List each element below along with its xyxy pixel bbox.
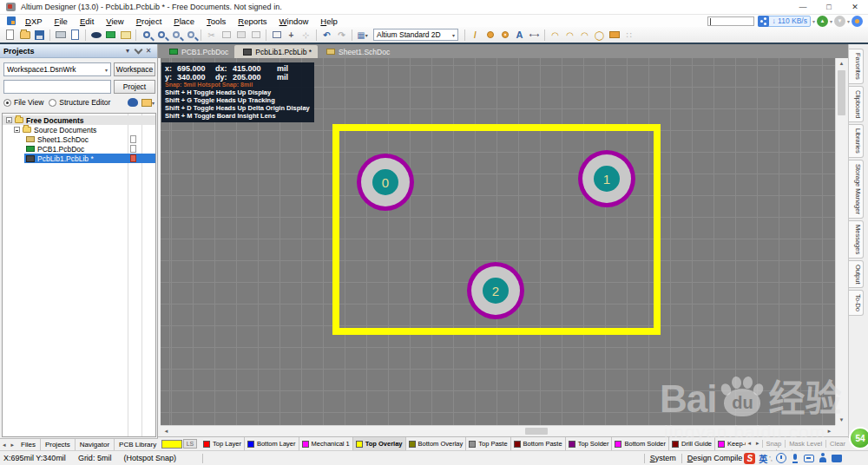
ime-voice-icon[interactable] (790, 453, 800, 463)
move-icon[interactable]: + (284, 29, 299, 42)
doc-tab-sheet1[interactable]: Sheet1.SchDoc (318, 45, 396, 58)
menu-place[interactable]: Place (168, 16, 201, 26)
scroll-down-icon[interactable]: ▼ (836, 415, 847, 425)
open-project-icon[interactable] (141, 99, 152, 107)
tree-row-source-documents[interactable]: Source Documents (3, 125, 155, 134)
ime-keyboard-icon[interactable] (804, 455, 814, 462)
vscroll-thumb[interactable] (838, 70, 845, 115)
layer-tab-bottom-overlay[interactable]: Bottom Overlay (406, 437, 467, 450)
pad-2[interactable]: 2 (467, 262, 524, 319)
search-input[interactable] (707, 16, 754, 26)
panel-pin-icon[interactable] (133, 47, 143, 55)
tabs-scroll-left-icon[interactable]: ◂ (0, 442, 9, 449)
tab-pcb-library[interactable]: PCB Library (115, 439, 158, 450)
speed-caret-icon[interactable]: ▾ (811, 18, 817, 24)
tree-row-sheet1[interactable]: Sheet1.SchDoc (3, 134, 155, 144)
arc-edge-icon[interactable]: ◠ (548, 29, 562, 42)
arc-center-icon[interactable]: ◠ (562, 29, 577, 42)
menu-reports[interactable]: Reports (232, 16, 273, 26)
panel-icon[interactable] (118, 29, 133, 42)
menu-tools[interactable]: Tools (201, 16, 232, 26)
ime-account-icon[interactable] (818, 453, 828, 463)
layer-tab-bottom-paste[interactable]: Bottom Paste (511, 437, 566, 450)
file-view-radio[interactable] (3, 99, 11, 107)
tab-todo[interactable]: To-Do (849, 290, 864, 316)
project-button[interactable]: Project (114, 80, 155, 94)
ime-punctuation-toggle[interactable]: ', (769, 455, 773, 462)
tab-storage-manager[interactable]: Storage Manager (849, 160, 864, 219)
layer-tab-top-solder[interactable]: Top Solder (566, 437, 613, 450)
tabs-scroll-right-icon[interactable]: ▸ (9, 442, 17, 449)
sogou-ime-icon[interactable]: S (744, 453, 755, 464)
clear-button[interactable]: Clear (825, 440, 849, 448)
arc-angle-icon[interactable]: ◠ (577, 29, 592, 42)
copy-icon[interactable] (219, 29, 233, 42)
layer-tab-top-layer[interactable]: Top Layer (201, 437, 245, 450)
doc-tab-pcb1[interactable]: PCB1.PcbDoc (161, 45, 234, 58)
design-compiler-panel-button[interactable]: Design Compile (687, 454, 743, 462)
download-toggle-icon[interactable]: ▼ (834, 16, 845, 27)
tree-row-pcb1[interactable]: PCB1.PcbDoc (3, 144, 155, 154)
cut-icon[interactable]: ✂ (204, 29, 219, 42)
baidu-paw-icon[interactable] (852, 16, 863, 27)
snap-button[interactable]: Snap (762, 440, 786, 448)
tab-clipboard[interactable]: Clipboard (849, 86, 864, 122)
tab-projects[interactable]: Projects (41, 439, 76, 450)
menu-dxp[interactable]: DXP (19, 16, 49, 26)
scroll-right-icon[interactable]: ► (824, 426, 835, 436)
via-tool-icon[interactable] (497, 29, 512, 42)
layer-scroll-left-icon[interactable]: ◂ (746, 440, 754, 447)
tab-files[interactable]: Files (16, 439, 41, 450)
print-preview-icon[interactable] (68, 29, 82, 42)
scroll-left-icon[interactable]: ◄ (161, 426, 172, 436)
close-button-icon[interactable]: ✕ (842, 1, 868, 14)
upload-toggle-icon[interactable]: ▲ (817, 16, 828, 27)
pad-1[interactable]: 1 (578, 150, 635, 207)
menu-edit[interactable]: Edit (74, 16, 100, 26)
scroll-up-icon[interactable]: ▲ (836, 58, 847, 69)
full-circle-icon[interactable]: ◯ (592, 29, 607, 42)
pad-0[interactable]: 0 (357, 154, 414, 211)
line-tool-icon[interactable]: / (468, 29, 483, 42)
current-layer-swatch[interactable] (161, 440, 182, 449)
system-panel-button[interactable]: System (650, 454, 676, 462)
layer-tab-top-overlay-active[interactable]: Top Overlay (353, 437, 406, 450)
structure-editor-radio[interactable] (49, 99, 56, 107)
pcb-editor-canvas[interactable]: 0 1 2 x:695.000 dx:415.000 mil y:340.000… (161, 58, 835, 425)
tree-row-free-documents[interactable]: Free Documents (3, 115, 155, 125)
vertical-scrollbar[interactable]: ▲ ▼ (835, 58, 847, 425)
project-combo[interactable] (3, 80, 111, 94)
save-icon[interactable] (32, 29, 47, 42)
view-configuration-icon[interactable] (89, 29, 103, 42)
horizontal-scrollbar[interactable]: ◄ ► (161, 425, 835, 436)
open-project-caret-icon[interactable]: ▾ (152, 100, 155, 106)
tab-messages[interactable]: Messages (849, 220, 864, 259)
menu-help[interactable]: Help (314, 16, 344, 26)
select-area-icon[interactable] (269, 29, 284, 42)
zoom-area-icon[interactable] (168, 29, 183, 42)
zoom-in-icon[interactable] (139, 29, 154, 42)
layer-tab-bottom-solder[interactable]: Bottom Solder (612, 437, 669, 450)
panel-close-icon[interactable]: ✕ (143, 47, 154, 55)
menu-project[interactable]: Project (130, 16, 168, 26)
layer-tab-bottom-layer[interactable]: Bottom Layer (245, 437, 299, 450)
notification-badge[interactable]: 54 (849, 427, 868, 449)
download-caret-icon[interactable]: ▾ (845, 18, 852, 24)
tab-favorites[interactable]: Favorites (849, 49, 864, 84)
zoom-out-icon[interactable] (154, 29, 168, 42)
layer-tab-top-paste[interactable]: Top Paste (466, 437, 510, 450)
zoom-selection-icon[interactable] (183, 29, 198, 42)
view-mode-combo[interactable]: Altium Standard 2D ▾ (373, 29, 458, 41)
ime-language-toggle[interactable]: 英 (759, 452, 767, 465)
paste-special-icon[interactable] (248, 29, 263, 42)
layer-scroll-right-icon[interactable]: ▸ (753, 440, 762, 447)
ime-clock-icon[interactable] (776, 453, 786, 463)
offset-icon[interactable]: ⊹ (299, 29, 313, 42)
hscroll-thumb[interactable] (525, 428, 548, 435)
net-speed-widget[interactable]: ↓ 110 KB/s (758, 16, 811, 27)
new-document-icon[interactable] (3, 29, 17, 42)
array-paste-icon[interactable]: ∷ (621, 29, 636, 42)
fill-tool-icon[interactable] (607, 29, 621, 42)
layer-set-button[interactable]: LS (183, 439, 197, 449)
mask-level-button[interactable]: Mask Level (785, 440, 825, 448)
